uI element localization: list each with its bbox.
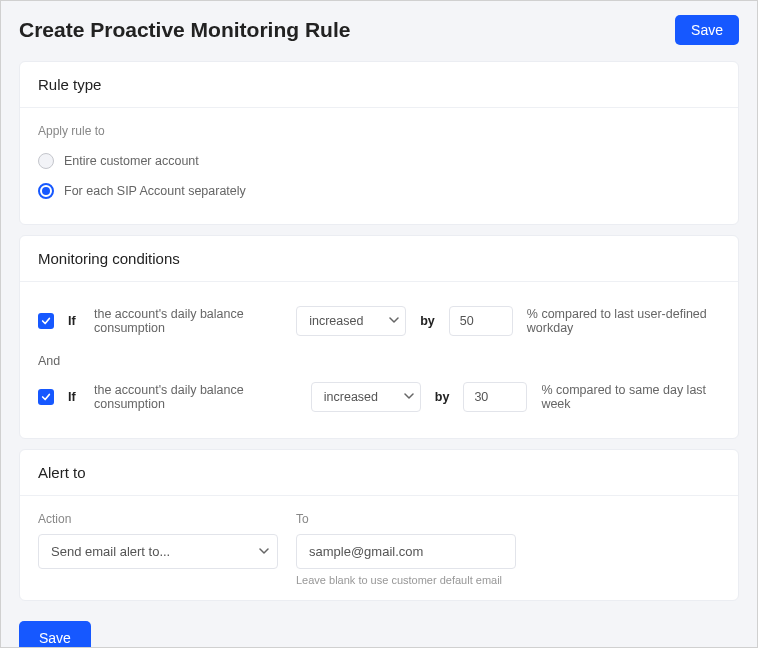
to-label: To [296, 512, 516, 526]
by-label: by [435, 390, 450, 404]
direction-value: increased [324, 390, 378, 404]
save-button-top[interactable]: Save [675, 15, 739, 45]
and-separator: And [38, 354, 720, 368]
radio-label: Entire customer account [64, 154, 199, 168]
alert-header: Alert to [20, 450, 738, 496]
alert-body: Action Send email alert to... To Leave b… [20, 496, 738, 600]
by-label: by [420, 314, 435, 328]
direction-select-1[interactable]: increased [296, 306, 406, 336]
action-value: Send email alert to... [51, 544, 170, 559]
rule-type-header: Rule type [20, 62, 738, 108]
condition-suffix: % compared to last user-defined workday [527, 307, 720, 335]
if-label: If [68, 390, 80, 404]
amount-input-2[interactable] [463, 382, 527, 412]
condition-text: the account's daily balance consumption [94, 383, 297, 411]
radio-option-entire-account[interactable]: Entire customer account [38, 146, 720, 176]
action-select[interactable]: Send email alert to... [38, 534, 278, 569]
chevron-down-icon [389, 317, 397, 325]
radio-icon [38, 183, 54, 199]
alert-card: Alert to Action Send email alert to... T… [19, 449, 739, 601]
to-hint: Leave blank to use customer default emai… [296, 574, 516, 586]
apply-rule-label: Apply rule to [38, 124, 720, 138]
condition-row-2: If the account's daily balance consumpti… [38, 374, 720, 420]
chevron-down-icon [404, 393, 412, 401]
monitoring-body: If the account's daily balance consumpti… [20, 282, 738, 438]
action-field: Action Send email alert to... [38, 512, 278, 569]
page-header: Create Proactive Monitoring Rule Save [1, 1, 757, 51]
monitoring-card: Monitoring conditions If the account's d… [19, 235, 739, 439]
monitoring-header: Monitoring conditions [20, 236, 738, 282]
radio-inner-icon [42, 187, 50, 195]
chevron-down-icon [259, 548, 267, 556]
radio-option-per-sip[interactable]: For each SIP Account separately [38, 176, 720, 206]
condition-text: the account's daily balance consumption [94, 307, 282, 335]
checkbox-icon[interactable] [38, 313, 54, 329]
save-button-bottom[interactable]: Save [19, 621, 91, 648]
rule-type-card: Rule type Apply rule to Entire customer … [19, 61, 739, 225]
rule-type-body: Apply rule to Entire customer account Fo… [20, 108, 738, 224]
to-email-input[interactable] [296, 534, 516, 569]
radio-icon [38, 153, 54, 169]
direction-select-2[interactable]: increased [311, 382, 421, 412]
to-field: To Leave blank to use customer default e… [296, 512, 516, 586]
action-label: Action [38, 512, 278, 526]
page-title: Create Proactive Monitoring Rule [19, 18, 350, 42]
condition-suffix: % compared to same day last week [541, 383, 720, 411]
amount-input-1[interactable] [449, 306, 513, 336]
checkbox-icon[interactable] [38, 389, 54, 405]
radio-label: For each SIP Account separately [64, 184, 246, 198]
direction-value: increased [309, 314, 363, 328]
condition-row-1: If the account's daily balance consumpti… [38, 298, 720, 344]
if-label: If [68, 314, 80, 328]
